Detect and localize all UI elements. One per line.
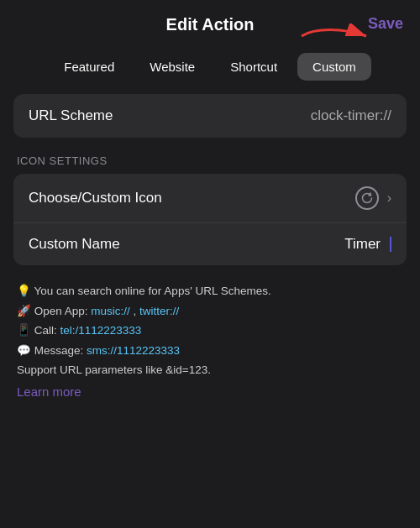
page-title: Edit Action	[166, 15, 255, 34]
chevron-icon: ›	[387, 191, 391, 206]
twitter-link[interactable]: twitter://	[139, 305, 179, 317]
url-scheme-value: clock-timer://	[311, 107, 391, 124]
refresh-icon	[360, 191, 374, 205]
tab-bar: Featured Website Shortcut Custom	[0, 46, 420, 94]
choose-icon-row[interactable]: Choose/Custom Icon ›	[13, 174, 407, 222]
custom-name-value-container: Timer	[344, 236, 391, 253]
custom-name-value: Timer	[344, 236, 381, 253]
icon-settings-card: Choose/Custom Icon › Custom Name Timer	[13, 174, 407, 265]
separator: ,	[130, 305, 139, 317]
text-cursor	[390, 237, 391, 252]
content-area: URL Scheme clock-timer:// ICON SETTINGS …	[0, 94, 420, 400]
icon-circle-button[interactable]	[355, 186, 379, 210]
info-message: 💬 Message: sms://1112223333	[17, 342, 403, 360]
call-number-link[interactable]: tel:/1112223333	[60, 324, 142, 337]
custom-name-row[interactable]: Custom Name Timer	[13, 222, 407, 265]
tab-featured[interactable]: Featured	[49, 53, 129, 81]
info-support: Support URL parameters like &id=123.	[17, 361, 403, 379]
learn-more-link[interactable]: Learn more	[17, 384, 81, 399]
choose-icon-label: Choose/Custom Icon	[29, 190, 162, 206]
info-call: 📱 Call: tel:/1112223333	[17, 322, 403, 340]
info-open-app: 🚀 Open App: music:// , twitter://	[17, 302, 403, 321]
tab-website[interactable]: Website	[134, 53, 210, 81]
info-tip: 💡 You can search online for Apps' URL Sc…	[17, 282, 403, 301]
message-prefix: 💬 Message:	[17, 344, 87, 357]
message-number-link[interactable]: sms://1112223333	[87, 344, 180, 357]
save-button[interactable]: Save	[368, 11, 403, 35]
open-app-prefix: 🚀 Open App:	[17, 305, 91, 317]
info-section: 💡 You can search online for Apps' URL Sc…	[13, 279, 407, 400]
music-link[interactable]: music://	[91, 305, 130, 317]
call-prefix: 📱 Call:	[17, 324, 60, 337]
tab-custom[interactable]: Custom	[297, 53, 371, 81]
icon-settings-section-label: ICON SETTINGS	[13, 154, 407, 167]
url-scheme-label: URL Scheme	[29, 107, 113, 124]
tab-shortcut[interactable]: Shortcut	[215, 53, 292, 81]
header: Edit Action Save	[0, 0, 420, 46]
url-scheme-row: URL Scheme clock-timer://	[13, 94, 407, 138]
choose-icon-controls: ›	[355, 186, 391, 210]
custom-name-label: Custom Name	[29, 236, 120, 253]
